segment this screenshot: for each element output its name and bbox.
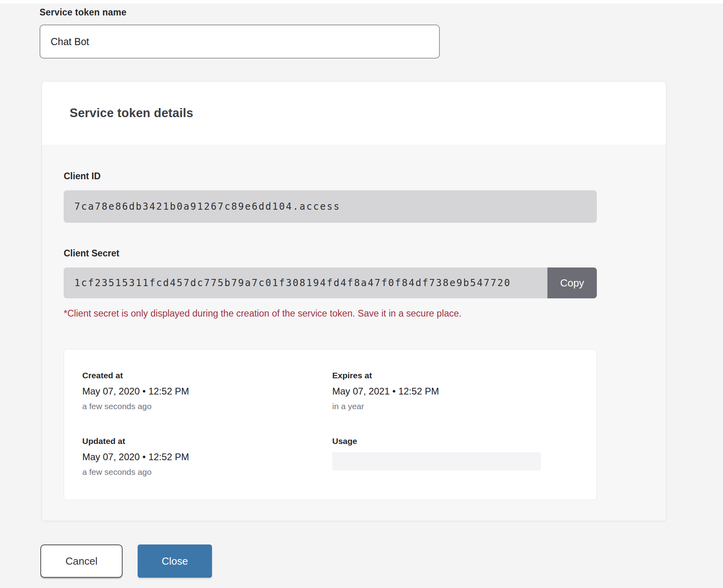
- created-at-cell: Created at May 07, 2020 • 12:52 PM a few…: [82, 371, 332, 411]
- expires-at-cell: Expires at May 07, 2021 • 12:52 PM in a …: [332, 371, 596, 411]
- service-token-name-input[interactable]: [40, 25, 440, 59]
- usage-empty-bar: [332, 452, 541, 470]
- usage-cell: Usage: [332, 436, 596, 477]
- expires-at-value: May 07, 2021 • 12:52 PM: [332, 386, 596, 397]
- card-title: Service token details: [70, 106, 193, 120]
- created-at-label: Created at: [82, 371, 332, 380]
- copy-button[interactable]: Copy: [547, 267, 597, 298]
- client-secret-value[interactable]: 1cf23515311fcd457dc775b79a7c01f308194fd4…: [64, 267, 547, 298]
- close-button[interactable]: Close: [138, 544, 212, 578]
- updated-at-relative: a few seconds ago: [82, 467, 332, 477]
- client-id-value[interactable]: 7ca78e86db3421b0a91267c89e6dd104.access: [64, 190, 597, 223]
- cancel-button[interactable]: Cancel: [40, 544, 123, 578]
- expires-at-relative: in a year: [332, 402, 596, 411]
- updated-at-cell: Updated at May 07, 2020 • 12:52 PM a few…: [82, 436, 332, 477]
- created-at-value: May 07, 2020 • 12:52 PM: [82, 386, 332, 397]
- updated-at-label: Updated at: [82, 436, 332, 446]
- card-body: Client ID 7ca78e86db3421b0a91267c89e6dd1…: [42, 145, 666, 500]
- updated-at-value: May 07, 2020 • 12:52 PM: [82, 451, 332, 463]
- expires-at-label: Expires at: [332, 371, 596, 380]
- token-metadata-panel: Created at May 07, 2020 • 12:52 PM a few…: [64, 349, 597, 500]
- card-header: Service token details: [42, 82, 666, 145]
- top-divider: [0, 0, 723, 4]
- token-metadata-grid: Created at May 07, 2020 • 12:52 PM a few…: [82, 371, 596, 477]
- service-token-name-label: Service token name: [40, 7, 127, 18]
- client-secret-section: Client Secret 1cf23515311fcd457dc775b79a…: [64, 248, 666, 319]
- client-secret-row: 1cf23515311fcd457dc775b79a7c01f308194fd4…: [64, 267, 597, 298]
- footer-actions: Cancel Close: [40, 544, 212, 578]
- client-secret-label: Client Secret: [64, 248, 666, 259]
- created-at-relative: a few seconds ago: [82, 402, 332, 411]
- client-id-label: Client ID: [64, 171, 666, 182]
- usage-label: Usage: [332, 436, 596, 446]
- service-token-details-card: Service token details Client ID 7ca78e86…: [42, 81, 666, 521]
- secret-warning-text: *Client secret is only displayed during …: [64, 308, 666, 319]
